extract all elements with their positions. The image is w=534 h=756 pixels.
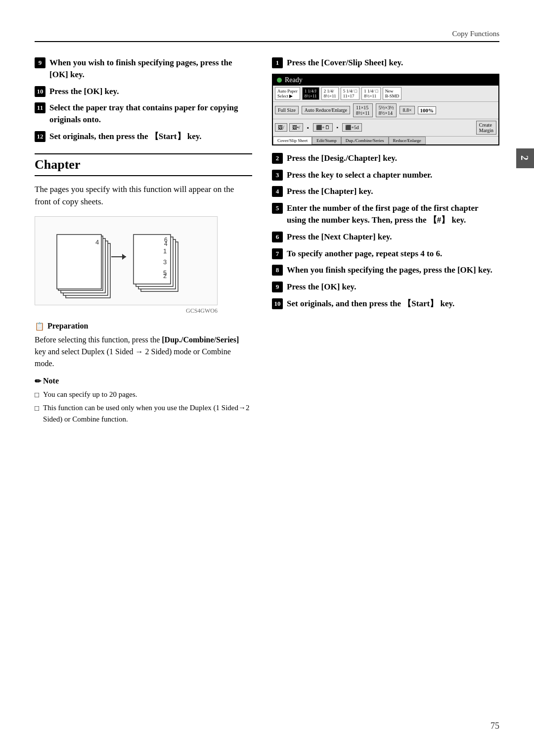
- step-2-right: 2 Press the [Desig./Chapter] key.: [272, 152, 499, 164]
- step-12-left-num: 12: [35, 131, 45, 142]
- svg-text:4: 4: [164, 240, 168, 247]
- step-8-right-num: 8: [272, 265, 283, 276]
- prep-icon: 📋: [35, 322, 44, 331]
- svg-text:4: 4: [95, 238, 99, 246]
- screen-tray1: 1 1/4/J8½×11: [302, 87, 319, 100]
- screen-dot-separator: ▪: [307, 125, 309, 131]
- step-7-right-text: To specify another page, repeat steps 4 …: [287, 248, 442, 260]
- screen-mockup: Ready Auto PaperSelect ▶ 1 1/4/J8½×11 2 …: [272, 74, 499, 145]
- two-column-layout: 9 When you wish to finish specify­ing pa…: [35, 57, 499, 426]
- chapter-svg: 4 6: [42, 220, 210, 301]
- step-3-right: 3 Press the key to select a chapter numb…: [272, 169, 499, 181]
- step-4-right-text: Press the [Chapter] key.: [287, 186, 373, 197]
- screen-percent: 8.8×: [400, 106, 414, 114]
- chapter-illustration: 4 6: [35, 216, 218, 305]
- page-footer: 75: [490, 721, 499, 731]
- chapter-heading: Chapter: [35, 153, 252, 176]
- screen-tab-cover: Cover/Slip Sheet: [273, 137, 312, 144]
- note-box: ✏ Note You can specify up to 20 pages. T…: [35, 377, 252, 425]
- step-1-right: 1 Press the [Cover/Slip Sheet] key.: [272, 57, 499, 69]
- step-10-left-num: 10: [35, 86, 45, 97]
- ready-dot: [277, 78, 282, 83]
- screen-tab-row: Cover/Slip Sheet Edit/Stamp Dup./Combine…: [273, 137, 498, 144]
- svg-text:3: 3: [163, 258, 167, 266]
- step-9-left-num: 9: [35, 57, 45, 68]
- step-2-right-text: Press the [Desig./Chapter] key.: [287, 152, 397, 164]
- illus-caption: GCS4GWO6: [35, 307, 218, 315]
- screen-auto-reduce: Auto Reduce/Enlarge: [302, 106, 350, 114]
- screen-tray5: NewB-SMD: [383, 87, 402, 100]
- screen-tab-dup: Dup./Combine/Series: [341, 137, 389, 144]
- step-5-right-text: Enter the number of the first page of th…: [287, 202, 499, 226]
- screen-tab-edit: Edit/Stamp: [312, 137, 341, 144]
- chapter-tab: 2: [516, 148, 534, 168]
- screen-tray3: 5 1/4/ □11×17: [341, 87, 359, 100]
- step-1-right-text: Press the [Cover/Slip Sheet] key.: [287, 57, 403, 69]
- note-title: ✏ Note: [35, 377, 252, 386]
- page-header: Copy Functions: [35, 30, 499, 38]
- screen-tray2: 2 1/4/8½×11: [321, 87, 339, 100]
- screen-create-margin: CreateMargin: [476, 121, 496, 135]
- screen-tab-reduce: Reduce/Enlarge: [389, 137, 426, 144]
- step-9-right: 9 Press the [OK] key.: [272, 281, 499, 293]
- step-2-right-num: 2: [272, 153, 283, 164]
- right-column: 1 Press the [Cover/Slip Sheet] key. Read…: [272, 57, 499, 426]
- screen-icon-btn1: 🖼/: [275, 123, 287, 132]
- header-line: [35, 41, 499, 42]
- step-10-right: 10 Set originals, and then press the 【St…: [272, 298, 499, 310]
- left-column: 9 When you wish to finish specify­ing pa…: [35, 57, 252, 426]
- header-title: Copy Functions: [452, 30, 499, 38]
- screen-icon-btn2: 🖼•/: [289, 123, 303, 132]
- step-12-left-text: Set originals, then press the 【Start】 ke…: [49, 131, 202, 142]
- step-4-right: 4 Press the [Chapter] key.: [272, 186, 499, 197]
- step-1-right-num: 1: [272, 57, 283, 68]
- step-10-left-text: Press the [OK] key.: [49, 86, 119, 97]
- note-item-2-text: This function can be used only when you …: [43, 402, 252, 425]
- screen-btn-row: 🖼/ 🖼•/ ▪ ⬛+🗒 ▪ ⬛+5d CreateMargin: [273, 119, 498, 137]
- preparation-title: 📋 Preparation: [35, 322, 252, 331]
- screen-icon-btn4: ⬛+5d: [342, 123, 362, 132]
- screen-full-size: Full Size: [275, 106, 299, 114]
- screen-tray4: 1 1/4/ □8½×11: [361, 87, 380, 100]
- step-8-right-text: When you finish specifying the pages, pr…: [287, 264, 492, 276]
- prep-label: Preparation: [47, 322, 88, 331]
- note-item-1: You can specify up to 20 pages.: [35, 389, 252, 401]
- screen-size1: 11×158½×11: [353, 103, 373, 117]
- step-6-right: 6 Press the [Next Chapter] key.: [272, 231, 499, 243]
- step-8-right: 8 When you finish specifying the pages, …: [272, 264, 499, 276]
- step-5-right-num: 5: [272, 203, 283, 214]
- step-9-left: 9 When you wish to finish specify­ing pa…: [35, 57, 252, 81]
- svg-text:1: 1: [163, 247, 167, 255]
- step-10-left: 10 Press the [OK] key.: [35, 86, 252, 97]
- svg-rect-4: [57, 235, 101, 289]
- step-10-right-num: 10: [272, 298, 283, 309]
- step-10-right-text: Set originals, and then press the 【Start…: [287, 298, 454, 310]
- step-11-left: 11 Select the paper tray that contains p…: [35, 102, 252, 126]
- chapter-description: The pages you specify with this func­tio…: [35, 183, 252, 208]
- preparation-text: Before selecting this function, press th…: [35, 334, 252, 370]
- step-3-right-num: 3: [272, 170, 283, 181]
- screen-size2: 5½×3½8½×14: [376, 103, 397, 117]
- step-9-right-text: Press the [OK] key.: [287, 281, 356, 293]
- page-number: 75: [490, 721, 499, 731]
- step-6-right-num: 6: [272, 232, 283, 242]
- step-11-left-text: Select the paper tray that contains pape…: [49, 102, 252, 126]
- step-6-right-text: Press the [Next Chapter] key.: [287, 231, 392, 243]
- screen-tray-row: Auto PaperSelect ▶ 1 1/4/J8½×11 2 1/4/8½…: [273, 86, 498, 102]
- step-9-left-text: When you wish to finish specify­ing page…: [49, 57, 252, 81]
- note-item-2: This function can be used only when you …: [35, 402, 252, 425]
- step-12-left: 12 Set originals, then press the 【Start】…: [35, 131, 252, 142]
- step-5-right: 5 Enter the number of the first page of …: [272, 202, 499, 226]
- screen-icon-btn3: ⬛+🗒: [313, 123, 333, 132]
- ready-text: Ready: [285, 76, 303, 84]
- step-7-right: 7 To specify another page, repeat steps …: [272, 248, 499, 260]
- step-3-right-text: Press the key to select a chapter number…: [287, 169, 432, 181]
- page: Copy Functions 2 9 When you wish to fini…: [0, 0, 534, 756]
- note-label: Note: [43, 377, 59, 385]
- screen-ready-bar: Ready: [273, 75, 498, 86]
- note-icon: ✏: [35, 377, 41, 386]
- screen-percent2: 100%: [418, 106, 437, 114]
- step-4-right-num: 4: [272, 186, 283, 197]
- svg-text:2: 2: [163, 272, 167, 280]
- screen-size-row: Full Size Auto Reduce/Enlarge 11×158½×11…: [273, 102, 498, 119]
